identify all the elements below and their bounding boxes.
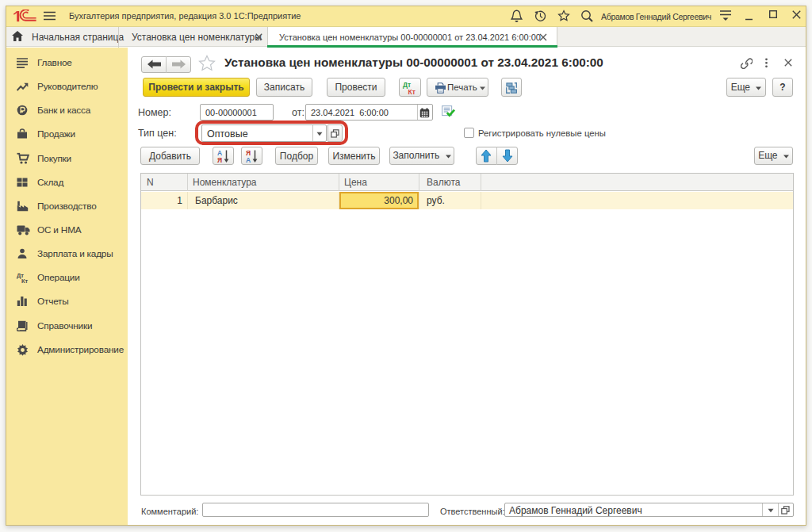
svg-text:А: А — [246, 156, 251, 163]
svg-text:Я: Я — [217, 156, 222, 163]
svg-text:Кт: Кт — [21, 277, 28, 284]
svg-text:Кт: Кт — [408, 88, 416, 95]
